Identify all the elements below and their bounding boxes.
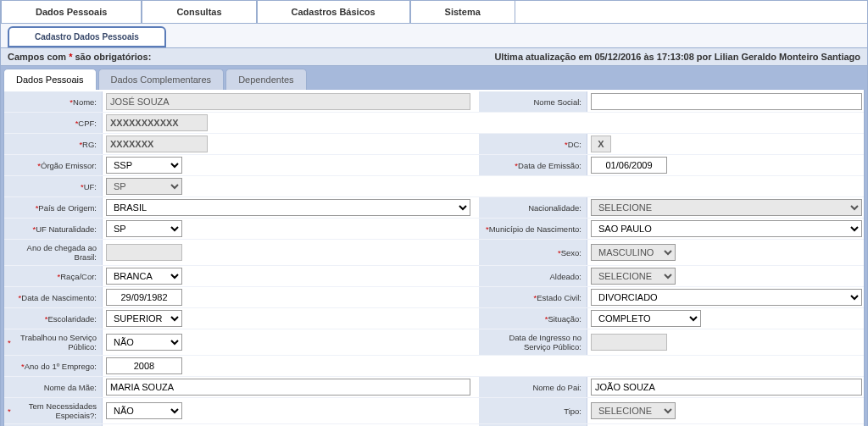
required-notice: Campos com * são obrigatórios: [8,52,151,62]
field-nome: JOSÉ SOUZA [106,93,470,110]
label-cpf: *CPF: [4,113,103,133]
field-cpf: XXXXXXXXXXX [106,114,208,131]
label-nome-mae: Nome da Mãe: [4,377,103,397]
label-tem-necessidades: *Tem Necessidades Especiais?: [4,398,103,423]
label-rg: *RG: [4,134,103,154]
label-uf-naturalidade: *UF Naturalidade: [4,219,103,239]
last-update: Ultima atualização em 05/12/2016 às 17:1… [494,52,860,62]
info-bar: Campos com * são obrigatórios: Ultima at… [1,48,867,66]
label-nome-social: Nome Social: [479,91,587,112]
label-escolaridade: *Escolaridade: [4,308,103,329]
label-nacionalidade: Nacionalidade: [479,197,587,218]
label-data-emissao: *Data de Emissão: [479,155,587,175]
topnav-consultas[interactable]: Consultas [142,1,256,23]
label-aldeado: Aldeado: [479,266,587,286]
select-aldeado[interactable]: SELECIONE [591,268,676,285]
label-pais-origem: *País de Origem: [4,197,103,218]
select-estado-civil[interactable]: DIVORCIADO [591,289,862,306]
label-nome-pai: Nome do Pai: [479,377,587,397]
field-ano-chegada [106,244,182,261]
select-raca-cor[interactable]: BRANCA [106,268,182,285]
label-raca-cor: *Raça/Cor: [4,266,103,286]
select-uf[interactable]: SP [106,178,182,195]
field-rg: XXXXXXX [106,136,208,152]
inner-tabs: Dados Pessoais Dados Complementares Depe… [3,69,865,90]
tab-dados-pessoais[interactable]: Dados Pessoais [3,69,97,90]
form-area: *Nome: JOSÉ SOUZA Nome Social: *CPF: XXX… [3,90,865,426]
select-situacao[interactable]: COMPLETO [591,310,701,327]
input-data-emissao[interactable] [591,157,667,174]
select-pais-origem[interactable]: BRASIL [106,199,470,216]
field-dc: X [591,136,611,152]
field-data-ingresso [591,334,667,351]
label-ano-1-emprego: *Ano do 1º Emprego: [4,356,103,376]
label-uf: *UF: [4,176,103,196]
select-escolaridade[interactable]: SUPERIOR [106,310,182,327]
label-orgao-emissor: *Órgão Emissor: [4,155,103,175]
label-data-nascimento: *Data de Nascimento: [4,287,103,307]
label-ano-chegada: Ano de chegada ao Brasil: [4,240,103,265]
topnav-dados-pessoais[interactable]: Dados Pessoais [1,1,142,23]
topnav-cadastros-basicos[interactable]: Cadastros Básicos [257,1,410,23]
input-nome-social[interactable] [591,93,862,110]
select-tipo[interactable]: SELECIONE [591,402,676,419]
input-nome-mae[interactable] [106,379,470,396]
subtab-bar: Cadastro Dados Pessoais [1,24,867,48]
select-uf-naturalidade[interactable]: SP [106,220,182,237]
input-data-nascimento[interactable] [106,289,182,306]
label-estado-civil: *Estado Civil: [479,287,587,307]
label-data-ingresso: Data de Ingresso no Serviço Público: [479,329,587,355]
tab-dependentes[interactable]: Dependentes [225,69,306,90]
select-nacionalidade[interactable]: SELECIONE [591,199,862,216]
select-orgao-emissor[interactable]: SSP [106,157,182,174]
label-dc: *DC: [479,134,587,154]
label-sexo: *Sexo: [479,240,587,265]
subtab-cadastro-dados-pessoais[interactable]: Cadastro Dados Pessoais [8,26,166,47]
label-trabalhou-sp: *Trabalhou no Serviço Público: [4,329,103,355]
select-municipio-nascimento[interactable]: SAO PAULO [591,220,862,237]
topnav-sistema[interactable]: Sistema [410,1,515,23]
label-municipio-nascimento: *Município de Nascimento: [479,219,587,239]
input-nome-pai[interactable] [591,379,862,396]
label-nome: *Nome: [4,91,103,112]
top-nav: Dados Pessoais Consultas Cadastros Básic… [1,1,867,24]
select-tem-necessidades[interactable]: NÃO [106,402,182,419]
label-tipo: Tipo: [479,398,587,423]
label-situacao: *Situação: [479,308,587,329]
tab-dados-complementares[interactable]: Dados Complementares [98,69,225,90]
select-sexo[interactable]: MASCULINO [591,244,676,261]
input-ano-1-emprego[interactable] [106,357,182,374]
select-trabalhou-sp[interactable]: NÃO [106,334,182,351]
